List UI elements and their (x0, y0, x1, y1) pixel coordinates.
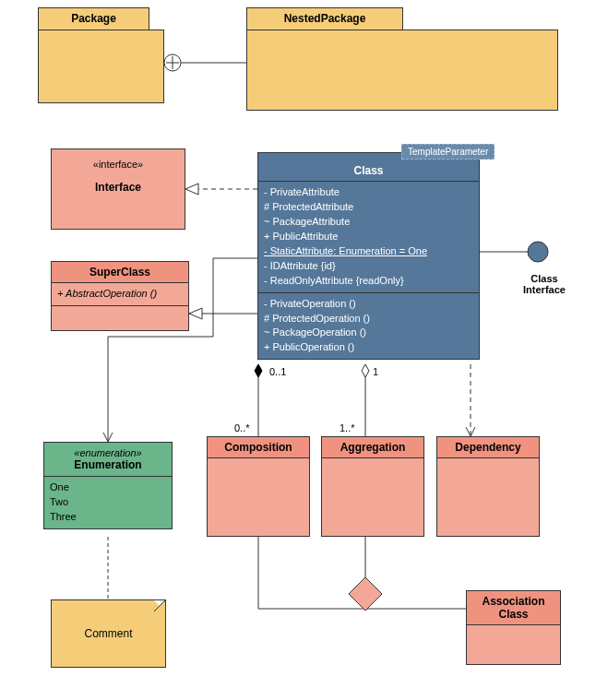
enum-values: One Two Three (44, 477, 172, 528)
op-line: + PublicOperation () (264, 340, 473, 355)
comment-note: Comment (51, 599, 166, 668)
svg-point-1 (164, 54, 181, 71)
svg-point-6 (528, 242, 548, 262)
nested-package-tab: NestedPackage (246, 7, 403, 30)
assoc-body (467, 625, 560, 664)
dependency-title: Dependency (437, 437, 539, 458)
package-body (38, 30, 164, 103)
composition-title: Composition (208, 437, 309, 458)
interface-name: Interface (52, 170, 185, 194)
enum-val: One (50, 481, 166, 495)
attr-line: + PublicAttribute (264, 230, 473, 244)
mult-agg-near: 1 (373, 366, 378, 377)
composition-box: Composition (207, 436, 310, 537)
attr-line: - PrivateAttribute (264, 185, 473, 200)
nested-package-body (246, 30, 558, 111)
superclass-empty (52, 306, 188, 330)
enum-box: «enumeration» Enumeration One Two Three (43, 442, 173, 529)
composition-body (208, 458, 309, 536)
svg-marker-8 (349, 577, 382, 611)
op-line: ~ PackageOperation () (264, 326, 473, 340)
association-class-box: Association Class (466, 590, 561, 665)
mult-comp-far: 0..* (234, 422, 250, 433)
comment-text: Comment (84, 627, 132, 640)
superclass-title: SuperClass (52, 262, 188, 283)
interface-box: «interface» Interface (51, 148, 185, 230)
aggregation-body (322, 458, 423, 536)
attr-line: - IDAttribute {id} (264, 259, 473, 274)
enum-stereo: «enumeration» (44, 447, 172, 458)
aggregation-box: Aggregation (321, 436, 424, 537)
enum-name: Enumeration (44, 458, 172, 471)
superclass-op: + AbstractOperation () (52, 283, 188, 306)
enum-val: Two (50, 495, 166, 510)
class-box: Class - PrivateAttribute # ProtectedAttr… (257, 152, 480, 360)
dependency-body (437, 458, 539, 536)
class-ops: - PrivateOperation () # ProtectedOperati… (258, 293, 479, 360)
enum-val: Three (50, 510, 166, 525)
attr-line: # ProtectedAttribute (264, 200, 473, 215)
superclass-box: SuperClass + AbstractOperation () (51, 261, 189, 331)
attr-line: ~ PackageAttribute (264, 215, 473, 230)
attr-line: - StaticAttribute: Enumeration = One (264, 244, 473, 259)
class-attrs: - PrivateAttribute # ProtectedAttribute … (258, 182, 479, 293)
op-line: - PrivateOperation () (264, 297, 473, 312)
attr-line: - ReadOnlyAttribute {readOnly} (264, 274, 473, 289)
mult-comp-near: 0..1 (269, 366, 286, 377)
package-tab: Package (38, 7, 149, 30)
assoc-title: Association Class (467, 591, 560, 625)
template-parameter: TemplateParameter (401, 144, 495, 160)
aggregation-title: Aggregation (322, 437, 423, 458)
lollipop-label: Class Interface (507, 273, 581, 295)
mult-agg-far: 1..* (340, 422, 355, 433)
interface-stereo: «interface» (52, 149, 185, 170)
dependency-box: Dependency (436, 436, 540, 537)
op-line: # ProtectedOperation () (264, 312, 473, 326)
